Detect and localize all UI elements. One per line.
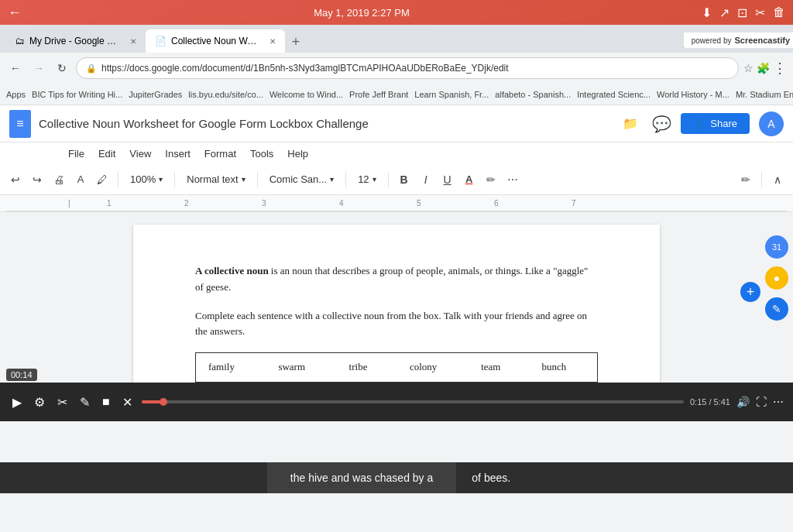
bookmark-spanish[interactable]: Learn Spanish, Fr...: [414, 90, 489, 99]
bookmark-brant[interactable]: Profe Jeff Brant: [349, 90, 408, 99]
size-select[interactable]: 12 ▾: [352, 169, 381, 190]
pencil-vc-button[interactable]: ✎: [77, 395, 93, 410]
share-icon[interactable]: ↗: [719, 5, 729, 20]
spellcheck-button[interactable]: A: [71, 168, 90, 191]
back-nav-button[interactable]: ←: [6, 59, 25, 77]
progress-thumb: [160, 398, 167, 406]
time-badge: 00:14: [6, 369, 37, 381]
share-label: Share: [710, 118, 737, 129]
scissors-vc-button[interactable]: ✂: [54, 395, 70, 410]
docs-folder-icon[interactable]: 📁: [623, 116, 638, 131]
star-icon[interactable]: ☆: [743, 62, 754, 74]
menu-format[interactable]: Format: [198, 145, 242, 163]
subtitle-blur-section: the hive and was chased by a: [267, 462, 456, 493]
italic-button[interactable]: I: [417, 168, 435, 191]
bookmark-lis[interactable]: lis.byu.edu/site/co...: [188, 90, 263, 99]
menu-insert[interactable]: Insert: [159, 145, 197, 163]
menu-view[interactable]: View: [123, 145, 157, 163]
calendar-sidebar-icon[interactable]: 31: [765, 235, 788, 259]
bold-button[interactable]: B: [395, 168, 414, 191]
more-vc-icon[interactable]: ⋯: [773, 396, 784, 408]
format-paint-button[interactable]: 🖊: [93, 168, 112, 191]
download-icon[interactable]: ⬇: [702, 5, 712, 20]
edit-sidebar-icon[interactable]: ✎: [765, 297, 788, 321]
share-button[interactable]: 👤 Share: [681, 113, 750, 134]
tab-label: My Drive - Google Drive: [29, 36, 122, 46]
text-color-button[interactable]: A: [460, 168, 479, 191]
subtitle-end-text: of bees.: [456, 472, 526, 484]
menu-dots-icon[interactable]: ⋮: [773, 60, 787, 77]
settings-vc-button[interactable]: ⚙: [31, 395, 48, 410]
word-tribe: tribe: [337, 353, 397, 383]
underline-button[interactable]: U: [438, 168, 457, 191]
bookmark-jupiter[interactable]: JupiterGrades: [129, 90, 182, 99]
menu-file[interactable]: File: [62, 145, 91, 163]
more-toolbar-button[interactable]: ⋯: [503, 168, 522, 191]
redo-button[interactable]: ↪: [28, 168, 46, 191]
font-chevron-icon: ▾: [330, 175, 334, 184]
docs-comment-button[interactable]: 💬: [652, 115, 671, 133]
toolbar-separator-5: [388, 172, 389, 187]
word-colony: colony: [397, 353, 469, 383]
notes-sidebar-icon[interactable]: ●: [765, 266, 788, 290]
highlight-button[interactable]: ✏: [482, 168, 500, 191]
bookmark-history[interactable]: World History - M...: [657, 90, 729, 99]
forward-nav-button[interactable]: →: [29, 59, 48, 77]
docs-title: Collective Noun Worksheet for Google For…: [39, 117, 615, 130]
menu-edit[interactable]: Edit: [92, 145, 122, 163]
undo-button[interactable]: ↩: [6, 168, 25, 191]
address-input[interactable]: 🔒 https://docs.google.com/document/d/1Bn…: [76, 57, 739, 79]
bookmarks-bar: Apps BIC Tips for Writing Hi... JupiterG…: [0, 84, 793, 105]
tab-collective-noun[interactable]: 📄 Collective Noun Worksheet fo... ✕: [146, 29, 285, 53]
bookmark-wind[interactable]: Welcome to Wind...: [269, 90, 343, 99]
bold-definition: A collective noun: [195, 265, 269, 276]
tab-label-active: Collective Noun Worksheet fo...: [171, 36, 262, 46]
docs-logo-icon: ≡: [16, 117, 23, 131]
user-avatar[interactable]: A: [759, 112, 784, 136]
screencastify-label: powered by: [692, 36, 732, 45]
volume-icon[interactable]: 🔊: [736, 396, 750, 408]
reload-button[interactable]: ↻: [53, 59, 71, 77]
menu-bar: File Edit View Insert Format Tools Help: [0, 142, 793, 164]
bookmark-bic[interactable]: BIC Tips for Writing Hi...: [32, 90, 122, 99]
time-total: 5:41: [714, 397, 730, 407]
progress-bar[interactable]: [142, 400, 684, 403]
menu-tools[interactable]: Tools: [244, 145, 280, 163]
bookmark-stadium[interactable]: Mr. Stadium Englis...: [736, 90, 793, 99]
bookmark-alfabeto[interactable]: alfabeto - Spanish...: [495, 90, 571, 99]
zoom-value: 100%: [130, 173, 156, 185]
crop-icon[interactable]: ⊡: [737, 5, 747, 20]
menu-help[interactable]: Help: [281, 145, 314, 163]
lock-icon: 🔒: [86, 63, 97, 74]
tab-close[interactable]: ✕: [130, 37, 136, 46]
print-button[interactable]: 🖨: [50, 168, 68, 191]
paragraph-instructions: Complete each sentence with a collective…: [195, 308, 598, 341]
new-tab-button[interactable]: +: [285, 31, 307, 53]
scissors-icon[interactable]: ✂: [755, 5, 765, 20]
style-value: Normal text: [187, 173, 238, 185]
play-button[interactable]: ▶: [9, 395, 25, 410]
paragraph-definition: A collective noun is an noun that descri…: [195, 263, 598, 296]
size-value: 12: [358, 173, 369, 185]
add-comment-button[interactable]: +: [740, 282, 760, 302]
fullscreen-icon[interactable]: ⛶: [756, 396, 767, 408]
word-bunch: bunch: [530, 353, 598, 383]
stop-vc-button[interactable]: ■: [99, 395, 113, 409]
bookmark-science[interactable]: Integrated Scienc...: [577, 90, 651, 99]
document-area: A collective noun is an noun that descri…: [0, 212, 793, 383]
time-current: 0:15: [690, 397, 706, 407]
edit-mode-button[interactable]: ✏: [736, 168, 755, 191]
collapse-toolbar-button[interactable]: ∧: [768, 168, 787, 191]
bookmark-apps[interactable]: Apps: [6, 90, 26, 99]
extension-icon[interactable]: 🧩: [757, 62, 770, 74]
trash-icon[interactable]: 🗑: [773, 5, 785, 19]
zoom-select[interactable]: 100% ▾: [125, 169, 168, 190]
tab-close-active[interactable]: ✕: [269, 37, 276, 46]
close-vc-button[interactable]: ✕: [119, 395, 136, 410]
back-button[interactable]: ←: [8, 5, 22, 21]
tab-my-drive[interactable]: 🗂 My Drive - Google Drive ✕: [6, 29, 146, 53]
font-select[interactable]: Comic San... ▾: [264, 169, 339, 190]
style-select[interactable]: Normal text ▾: [181, 169, 250, 190]
ruler-text-3: 3: [262, 199, 266, 208]
style-chevron-icon: ▾: [242, 175, 245, 184]
